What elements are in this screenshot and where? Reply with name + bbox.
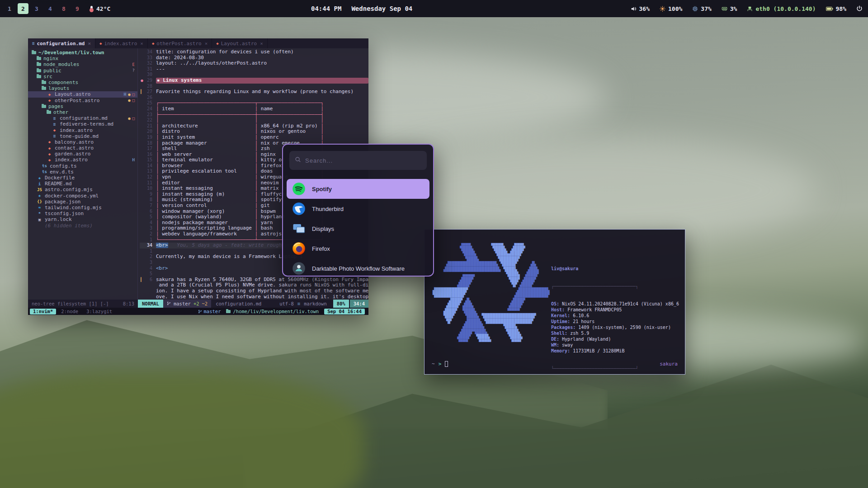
tree-item[interactable]: node_modulesE (28, 61, 137, 67)
line-number: 2 (144, 254, 156, 260)
tree-item[interactable]: ◆contact.astro (28, 145, 137, 151)
tree-item[interactable]: layouts (28, 85, 137, 91)
tab-index.astro[interactable]: ◆index.astro× (95, 38, 148, 48)
tree-item[interactable]: ≡tone-guide.md (28, 133, 137, 139)
workspace-button-1[interactable]: 1 (4, 3, 15, 14)
module-battery[interactable]: 98% (826, 5, 846, 12)
workspace-button-4[interactable]: 4 (45, 3, 56, 14)
launcher-item[interactable]: Displays (287, 219, 429, 239)
tree-item[interactable]: ◆Layout.astroH●□ (28, 91, 137, 97)
tree-item[interactable]: ◆otherPost.astro●□ (28, 98, 137, 103)
tree-item[interactable]: {}package.json (28, 199, 137, 205)
workspace-button-9[interactable]: 9 (72, 3, 83, 14)
tree-item[interactable]: nginx (28, 56, 137, 61)
shell-prompt[interactable]: ~ > (432, 361, 448, 367)
launcher-item[interactable]: Firefox (287, 239, 429, 258)
tree-item[interactable]: ◆balcony.astro (28, 139, 137, 145)
tree-item[interactable]: pages (28, 103, 137, 109)
astro-icon: ◆ (152, 41, 154, 46)
launcher-item[interactable]: Spotify (287, 179, 429, 199)
module-cpu[interactable]: 37% (692, 5, 711, 12)
tree-item[interactable]: iREADME.md (28, 181, 137, 187)
tree-item[interactable]: ◈docker-compose.yml (28, 193, 137, 199)
tree-item[interactable]: ≈tailwind.config.mjs (28, 205, 137, 211)
tree-item[interactable]: ◆garden.astro (28, 151, 137, 157)
code-text: ion. I have a setup consisting of Hyprla… (156, 288, 368, 294)
line-number: 10 (144, 186, 156, 192)
tmux-window-1:nvim*[interactable]: 1:nvim* (30, 309, 56, 314)
line-number: 8 (144, 197, 156, 203)
tree-item-label: nginx (43, 56, 58, 61)
sign-column (140, 209, 144, 215)
tree-item[interactable]: ◆index.astro (28, 127, 137, 133)
close-icon[interactable]: × (88, 41, 91, 47)
terminal-window[interactable]: ▗▄▄▄ ▗▄▄▄▄ ▄▄▄▖ ▜███▙ ▜███▙ ▟███▛ ▜███▙ … (424, 229, 685, 375)
line-number: 28 (144, 84, 156, 89)
sign-column: ▎ (140, 89, 144, 95)
line-number (144, 288, 156, 294)
tree-item[interactable]: ≡fediverse-terms.md (28, 121, 137, 127)
tree-item[interactable]: (6 hidden items) (28, 222, 137, 228)
line-number: 25 (144, 100, 156, 106)
close-icon[interactable]: × (140, 41, 143, 47)
tree-item-label: node_modules (43, 61, 79, 67)
search-input[interactable] (305, 157, 421, 164)
close-icon[interactable]: × (260, 41, 263, 47)
workspace-button-8[interactable]: 8 (58, 3, 69, 14)
git-status-badges: E (132, 62, 135, 67)
tree-item[interactable]: src (28, 74, 137, 80)
tree-item[interactable]: JSastro.config.mjs (28, 187, 137, 192)
fetch-info-label: Packages: (551, 325, 576, 330)
tree-item[interactable]: ◆index.astroH (28, 157, 137, 163)
workspace-button-2[interactable]: 2 (18, 3, 28, 14)
search-box[interactable] (289, 151, 427, 170)
line-number: 6 (144, 209, 156, 215)
tab-Layout.astro[interactable]: ◆Layout.astro× (212, 38, 268, 48)
line-number: 5 (144, 271, 156, 277)
tree-item-label: package.json (45, 199, 80, 205)
module-network[interactable]: eth0 (10.0.0.140) (747, 5, 816, 12)
tree-item[interactable]: ~/Development/liv.town (28, 50, 137, 56)
fetch-user-host: liv@sakura (551, 266, 679, 272)
sign-column (140, 271, 144, 277)
tree-item[interactable]: public? (28, 68, 137, 74)
launcher-item[interactable]: Thunderbird (287, 199, 429, 219)
workspaces: 123489 (0, 3, 84, 14)
tree-item[interactable]: tsenv.d.ts (28, 169, 137, 175)
tree-item-label: pages (48, 103, 63, 109)
tab-configuration.md[interactable]: ≡configuration.md× (28, 38, 95, 48)
topbar-modules: 36%100%37%3%eth0 (10.0.0.140)98% (631, 5, 846, 12)
file-tree[interactable]: ~/Development/liv.townnginxnode_modulesE… (28, 48, 138, 300)
folder-icon (226, 310, 231, 313)
close-icon[interactable]: × (205, 41, 208, 47)
buffer-line: 31--- (140, 66, 368, 72)
tree-item[interactable]: components (28, 80, 137, 85)
code-text: sakura has a Ryzen 5 7640U, 32GB of DDR5… (156, 277, 368, 283)
power-button[interactable] (856, 5, 863, 12)
tmux-window-2:node[interactable]: 2:node (58, 309, 81, 314)
tree-item[interactable]: ▣yarn.lock (28, 216, 137, 222)
module-volume[interactable]: 36% (631, 5, 650, 12)
module-memory[interactable]: 3% (722, 5, 737, 12)
tree-item[interactable]: ≡configuration.md●□ (28, 115, 137, 121)
workspace-button-3[interactable]: 3 (31, 3, 42, 14)
tree-item[interactable]: tsconfig.ts (28, 163, 137, 169)
folder-icon (42, 81, 46, 84)
buffer-line: 25┌────────────────────────────────┬────… (140, 100, 368, 106)
module-brightness[interactable]: 100% (660, 5, 682, 12)
tsconfig-icon: * (37, 211, 42, 216)
tab-otherPost.astro[interactable]: ◆otherPost.astro× (148, 38, 212, 48)
sign-column (140, 135, 144, 141)
tree-item[interactable]: ◈Dockerfile (28, 175, 137, 181)
tmux-right: master /home/liv/Development/liv.town Se… (198, 309, 367, 314)
fetch-info-line: OS: NixOS 24.11.20240828.71e91c4 (Vicuna… (551, 301, 679, 307)
thunderbird-icon (292, 202, 306, 216)
fetch-info-line: Packages: 1409 (nix-system), 2590 (nix-u… (551, 324, 679, 330)
launcher-item[interactable]: Darktable Photo Workflow Software (287, 258, 429, 277)
statusline-right: utf-8 ≡ markdown 80% 34:4 (277, 300, 368, 308)
code-text: date: 2024-08-30 (156, 55, 368, 61)
tree-item[interactable]: *tsconfig.json (28, 211, 137, 216)
tmux-window-3:lazygit[interactable]: 3:lazygit (83, 309, 115, 314)
displays-icon (292, 222, 306, 235)
tree-item[interactable]: other (28, 109, 137, 115)
